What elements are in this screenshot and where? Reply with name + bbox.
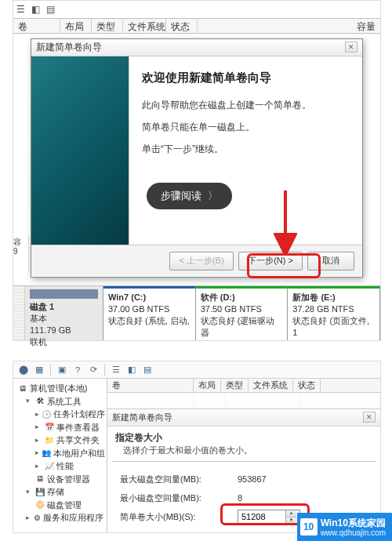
collapse-icon[interactable]: ▾ (26, 396, 33, 407)
spinner-down-icon[interactable]: ▼ (286, 517, 296, 524)
size-wizard-title: 新建简单卷向导 (112, 412, 172, 423)
rcol-volume[interactable]: 卷 (107, 379, 194, 392)
storage-icon: 💾 (35, 487, 45, 496)
chevron-right-icon: 〉 (208, 189, 218, 203)
wizard-line3: 单击“下一步”继续。 (142, 142, 350, 156)
partition-c[interactable]: Win7 (C:) 37.00 GB NTFS 状态良好 (系统, 启动, (103, 286, 196, 340)
tb-refresh-icon[interactable]: ⟳ (86, 364, 100, 376)
size-wizard-titlebar[interactable]: 新建简单卷向导 ✕ (107, 409, 380, 427)
tree-event-viewer[interactable]: ▸ 📅 事件查看器 (16, 421, 103, 434)
next-button[interactable]: 下一步(N) > (238, 252, 303, 270)
col-fs[interactable]: 文件系统 (123, 19, 166, 33)
partition-d[interactable]: 软件 (D:) 37.50 GB NTFS 状态良好 (逻辑驱动器 (196, 286, 289, 340)
wizard-side-image (31, 56, 129, 245)
step-read-button[interactable]: 步骤阅读 〉 (147, 183, 232, 209)
bottom-screenshot: ⬤ ▦ ▣ ? ⟳ ☰ ◧ ▤ 🖥 算机管理(本地) ▾ 🛠 系统工具 ▸ 🕒 … (13, 361, 381, 533)
wizard-titlebar[interactable]: 新建简单卷向导 ✕ (31, 39, 362, 56)
disk-panel: 磁盘 1 基本 111.79 GB 联机 Win7 (C:) 37.00 GB … (13, 285, 380, 340)
col-status[interactable]: 状态 (166, 19, 198, 33)
rcol-fs[interactable]: 文件系统 (249, 379, 293, 392)
mmc-right-pane: 卷 布局 类型 文件系统 状态 新建简单卷向导 ✕ 指定卷大小 选择介于最大和最… (107, 379, 380, 532)
col-type[interactable]: 类型 (92, 19, 123, 33)
mmc-toolbar: ⬤ ▦ ▣ ? ⟳ ☰ ◧ ▤ (13, 361, 380, 379)
tb-view-icon[interactable]: ☰ (109, 364, 123, 376)
partition-e[interactable]: 新加卷 (E:) 37.28 GB NTFS 状态良好 (页面文件, 1 (288, 286, 380, 340)
disk-icon: 📀 (35, 500, 45, 510)
tb-grid-icon[interactable]: ▤ (140, 364, 154, 376)
tb-help-icon[interactable]: ? (71, 364, 85, 376)
vol-size-label: 简单卷大小(MB)(S): (120, 511, 238, 523)
disk-info[interactable]: 磁盘 1 基本 111.79 GB 联机 (25, 286, 103, 340)
wizard-dialog: 新建简单卷向导 ✕ 欢迎使用新建简单卷向导 此向导帮助您在磁盘上创建一个简单卷。… (31, 38, 363, 278)
max-value: 953867 (238, 474, 308, 484)
tree-device-manager[interactable]: 🖥 设备管理器 (16, 473, 103, 486)
col-layout[interactable]: 布局 (60, 19, 92, 33)
step-read-label: 步骤阅读 (161, 189, 201, 203)
rcol-status[interactable]: 状态 (293, 379, 321, 392)
wrench-icon: 🛠 (35, 397, 45, 406)
tree-local-users[interactable]: ▸ 👥 本地用户和组 (16, 447, 103, 460)
col-volume[interactable]: 卷 (13, 19, 60, 33)
watermark-title: Win10系统家园 (321, 517, 386, 528)
expand-icon[interactable]: ▸ (35, 461, 42, 472)
vol-size-input[interactable] (238, 510, 285, 523)
tree-storage[interactable]: ▾ 💾 存储 (16, 485, 103, 499)
watermark-url: www.qdhuajin.com (321, 528, 386, 538)
expand-icon[interactable]: ▸ (35, 435, 42, 446)
tree-performance[interactable]: ▸ 📈 性能 (16, 459, 103, 473)
mmc-tree[interactable]: 🖥 算机管理(本地) ▾ 🛠 系统工具 ▸ 🕒 任务计划程序 ▸ 📅 事件查看器… (13, 379, 107, 532)
size-heading: 指定卷大小 (115, 431, 372, 445)
toolbar-icon-2[interactable]: ◧ (31, 4, 40, 15)
tb-pane-icon[interactable]: ◧ (125, 364, 139, 376)
close-icon[interactable]: ✕ (345, 42, 358, 53)
disk-state: 联机 (30, 336, 98, 348)
collapse-icon[interactable]: ▾ (26, 487, 33, 498)
cancel-button[interactable]: 取消 (307, 252, 354, 270)
close-icon[interactable]: ✕ (363, 412, 376, 423)
expand-icon[interactable]: ▸ (26, 513, 31, 524)
disk-size: 111.79 GB (30, 325, 98, 336)
wizard-line1: 此向导帮助您在磁盘上创建一个简单卷。 (142, 98, 350, 112)
vol-size-spinner[interactable]: ▲ ▼ (238, 510, 300, 524)
size-wizard-head: 指定卷大小 选择介于最大和最小值的卷大小。 (107, 427, 380, 458)
back-button: < 上一步(B) (169, 252, 234, 270)
watermark-logo: 10 (300, 518, 318, 536)
tree-root[interactable]: 🖥 算机管理(本地) (16, 382, 103, 395)
toolbar-icon-3[interactable]: ▤ (46, 4, 55, 15)
rcol-layout[interactable]: 布局 (194, 379, 221, 392)
expand-icon[interactable]: ▸ (35, 448, 39, 459)
disk-name: 磁盘 1 (30, 301, 98, 313)
tb-up-icon[interactable]: ▣ (55, 364, 69, 376)
disk-row-grip (13, 286, 25, 340)
tb-back-icon[interactable]: ⬤ (16, 364, 31, 376)
toolbar: ☰ ◧ ▤ (13, 1, 380, 18)
tree-shared-folders[interactable]: ▸ 📁 共享文件夹 (16, 434, 103, 447)
divider (112, 461, 376, 462)
toolbar-icon-1[interactable]: ☰ (16, 4, 25, 15)
spinner-up-icon[interactable]: ▲ (286, 510, 296, 517)
users-icon: 👥 (42, 448, 51, 458)
event-icon: 📅 (45, 423, 54, 432)
perf-icon: 📈 (45, 461, 54, 470)
volume-table-header: 卷 布局 类型 文件系统 状态 容量 (13, 18, 380, 34)
rcol-type[interactable]: 类型 (221, 379, 249, 392)
tree-services[interactable]: ▸ ⚙ 服务和应用程序 (16, 511, 103, 525)
blurred-row (107, 393, 380, 407)
min-value: 8 (238, 493, 308, 503)
clock-icon: 🕒 (42, 409, 51, 419)
wizard-content: 欢迎使用新建简单卷向导 此向导帮助您在磁盘上创建一个简单卷。 简单卷只能在单一磁… (129, 56, 362, 245)
disk-color-bar (30, 289, 98, 299)
wizard-title-text: 新建简单卷向导 (36, 41, 102, 54)
expand-icon[interactable]: ▸ (35, 409, 39, 420)
col-capacity[interactable]: 容量 (341, 19, 380, 33)
tree-task-scheduler[interactable]: ▸ 🕒 任务计划程序 (16, 408, 103, 421)
services-icon: ⚙ (34, 513, 41, 522)
wizard-heading: 欢迎使用新建简单卷向导 (142, 71, 350, 85)
tree-system-tools[interactable]: ▾ 🛠 系统工具 (16, 395, 103, 408)
tb-fwd-icon[interactable]: ▦ (32, 364, 46, 376)
expand-icon[interactable]: ▸ (35, 422, 42, 433)
tree-disk-management[interactable]: 📀 磁盘管理 (16, 499, 103, 512)
wizard-body: 欢迎使用新建简单卷向导 此向导帮助您在磁盘上创建一个简单卷。 简单卷只能在单一磁… (31, 56, 362, 245)
max-label: 最大磁盘空间量(MB): (120, 474, 238, 485)
size-sub: 选择介于最大和最小值的卷大小。 (115, 445, 372, 456)
